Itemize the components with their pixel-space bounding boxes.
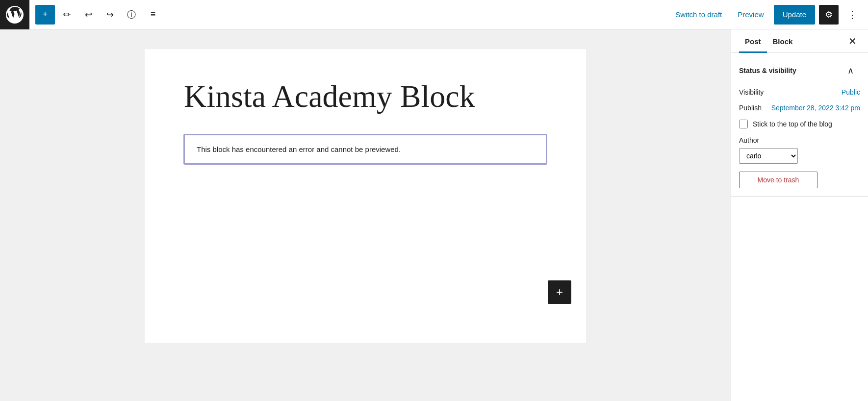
- stick-to-top-row: Stick to the top of the blog: [739, 120, 860, 128]
- undo-button[interactable]: ↩: [78, 5, 98, 25]
- list-icon: ≡: [151, 9, 156, 20]
- visibility-row: Visibility Public: [739, 88, 860, 96]
- info-button[interactable]: ⓘ: [122, 5, 141, 25]
- collapse-section-button[interactable]: ∧: [841, 61, 860, 80]
- stick-to-top-checkbox[interactable]: [739, 120, 748, 128]
- pencil-button[interactable]: ✏: [57, 5, 77, 25]
- pencil-icon: ✏: [63, 9, 71, 20]
- close-icon: ✕: [848, 35, 857, 47]
- block-error-text: This block has encountered an error and …: [197, 145, 401, 153]
- editor-canvas: Kinsta Academy Block This block has enco…: [145, 49, 586, 343]
- toolbar: + ✏ ↩ ↪ ⓘ ≡ Switch to draft Preview Upda…: [0, 0, 868, 29]
- update-button[interactable]: Update: [774, 5, 815, 25]
- sidebar-close-button[interactable]: ✕: [844, 33, 860, 49]
- status-visibility-header: Status & visibility ∧: [739, 61, 860, 80]
- add-block-button-canvas[interactable]: +: [548, 280, 571, 304]
- info-icon: ⓘ: [127, 9, 136, 21]
- publish-value[interactable]: September 28, 2022 3:42 pm: [771, 104, 860, 112]
- redo-icon: ↪: [106, 9, 114, 20]
- author-section: Author carlo: [739, 136, 860, 164]
- tab-block[interactable]: Block: [767, 29, 799, 52]
- dots-icon: ⋮: [847, 9, 857, 21]
- publish-row: Publish September 28, 2022 3:42 pm: [739, 104, 860, 112]
- chevron-up-icon: ∧: [847, 65, 854, 76]
- preview-button[interactable]: Preview: [732, 6, 769, 23]
- visibility-value[interactable]: Public: [842, 88, 860, 96]
- redo-button[interactable]: ↪: [100, 5, 120, 25]
- status-visibility-title: Status & visibility: [739, 67, 796, 75]
- toolbar-right: Switch to draft Preview Update ⚙ ⋮: [669, 5, 862, 25]
- more-options-button[interactable]: ⋮: [842, 5, 862, 25]
- main-layout: Kinsta Academy Block This block has enco…: [0, 29, 868, 401]
- publish-label: Publish: [739, 104, 762, 112]
- wp-logo: [0, 0, 29, 29]
- add-block-plus-icon: +: [556, 285, 563, 299]
- sidebar-tabs: Post Block ✕: [731, 29, 868, 53]
- stick-to-top-label[interactable]: Stick to the top of the blog: [753, 120, 832, 128]
- editor-area: Kinsta Academy Block This block has enco…: [0, 29, 731, 401]
- move-to-trash-button[interactable]: Move to trash: [739, 172, 817, 188]
- status-visibility-section: Status & visibility ∧ Visibility Public …: [731, 53, 868, 197]
- settings-button[interactable]: ⚙: [819, 5, 839, 25]
- author-select[interactable]: carlo: [739, 148, 798, 164]
- add-block-button[interactable]: +: [35, 5, 55, 25]
- tab-post[interactable]: Post: [739, 29, 767, 52]
- sidebar: Post Block ✕ Status & visibility ∧ Visib…: [731, 29, 868, 401]
- list-view-button[interactable]: ≡: [143, 5, 163, 25]
- block-error: This block has encountered an error and …: [184, 134, 547, 164]
- wp-logo-icon: [6, 6, 24, 24]
- author-label: Author: [739, 136, 860, 144]
- gear-icon: ⚙: [825, 9, 833, 20]
- visibility-label: Visibility: [739, 88, 764, 96]
- switch-to-draft-button[interactable]: Switch to draft: [669, 6, 728, 23]
- post-title[interactable]: Kinsta Academy Block: [184, 78, 547, 115]
- plus-icon: +: [43, 9, 48, 20]
- undo-icon: ↩: [85, 9, 92, 20]
